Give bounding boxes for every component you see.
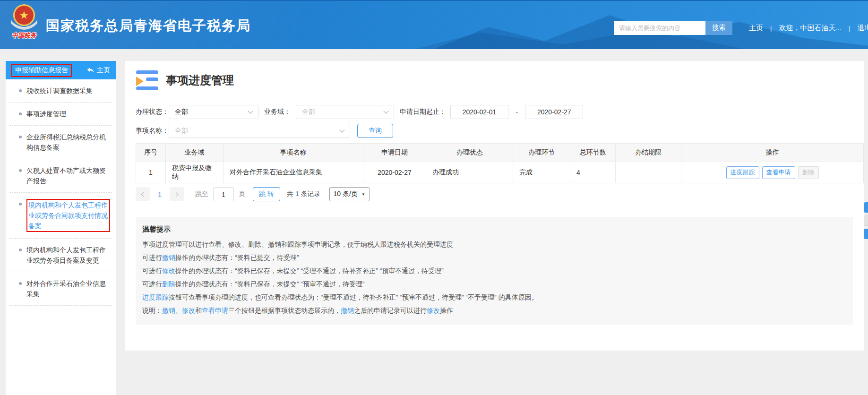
sidebar-item[interactable]: 税收统计调查数据采集 [9, 79, 112, 103]
sidebar-item[interactable]: 事项进度管理 [9, 103, 112, 126]
logo-caption: 中国税务 [8, 31, 41, 40]
caret-down-icon: ▼ [361, 192, 365, 197]
date-from-input[interactable] [450, 105, 508, 119]
tip-inline-link[interactable]: 撤销 [341, 307, 354, 314]
jump-to-label: 跳至 [195, 190, 208, 198]
page-number[interactable]: 1 [154, 190, 166, 198]
domain-select-value: 全部 [302, 108, 315, 116]
query-button[interactable]: 查询 [357, 124, 393, 138]
total-records-label: 共 1 条记录 [287, 190, 321, 198]
next-page-button[interactable] [170, 187, 184, 201]
float-widget-button[interactable] [864, 229, 868, 239]
tip-line: 可进行撤销操作的办理状态有：“资料已提交，待受理” [142, 253, 845, 262]
table-header-cell: 办理环节 [513, 144, 570, 162]
page-size-select[interactable]: 10 条/页 ▼ [329, 187, 370, 201]
action-button[interactable]: 查看申请 [762, 166, 795, 179]
tip-text: 和 [195, 307, 202, 314]
tips-panel: 温馨提示 事项进度管理可以进行查看、修改、删除、撤销和跟踪事项申请记录，便于纳税… [136, 217, 853, 325]
sidebar-item[interactable]: 欠税人处置不动产或大额资产报告 [9, 159, 112, 193]
item-name-select[interactable]: 全部 [169, 124, 350, 138]
tip-text: 事项进度管理可以进行查看、修改、删除、撤销和跟踪事项申请记录，便于纳税人跟进税务… [142, 240, 453, 248]
results-table: 序号业务域事项名称申请日期办理状态办理环节总环节数办结期限操作 1税费申报及缴纳… [136, 143, 864, 183]
highlight-annotation-box: 境内机构和个人发包工程作业或劳务合同款项支付情况备案 [26, 199, 110, 232]
tip-text: 三个按钮是根据事项状态动态展示的， [228, 307, 341, 314]
tip-inline-link[interactable]: 删除 [162, 280, 175, 288]
status-select-value: 全部 [175, 108, 188, 116]
tip-text: 操作的办理状态有：“资料已提交，待受理” [175, 254, 299, 261]
date-range-label: 申请日期起止： [400, 108, 446, 116]
sidebar-item[interactable]: 对外合作开采石油企业信息采集 [9, 272, 112, 306]
svg-text:★: ★ [19, 9, 29, 21]
page-size-value: 10 条/页 [334, 190, 358, 198]
table-cell: 税费申报及缴纳 [166, 162, 223, 183]
tip-line: 可进行修改操作的办理状态有：“资料已保存，未提交” “受理不通过，待补齐补正” … [142, 266, 845, 275]
jump-page-input[interactable] [213, 187, 234, 201]
nav-home-link[interactable]: 主页 [749, 24, 763, 33]
table-cell: 办理成功 [426, 162, 513, 183]
tip-text: 可进行 [142, 280, 162, 288]
table-row: 1税费申报及缴纳对外合作开采石油企业信息采集2020-02-27办理成功完成4进… [136, 162, 864, 183]
sidebar-item[interactable]: 境内机构和个人发包工程作业或劳务项目备案及变更 [9, 239, 112, 272]
bullet-icon [19, 282, 22, 285]
tip-inline-link[interactable]: 撤销 [162, 307, 175, 314]
sidebar-item-label: 境内机构和个人发包工程作业或劳务合同款项支付情况备案 [28, 201, 108, 230]
action-button[interactable]: 进度跟踪 [726, 166, 759, 179]
tip-inline-link[interactable]: 查看申请 [202, 307, 228, 314]
nav-separator: | [849, 25, 850, 32]
sidebar-home-button[interactable]: 主页 [87, 66, 110, 75]
table-cell: 2020-02-27 [363, 162, 426, 183]
sidebar-header: 申报辅助信息报告 主页 [6, 61, 116, 79]
sidebar-item[interactable]: 企业所得税汇总纳税总分机构信息备案 [9, 126, 112, 159]
table-header-cell: 事项名称 [223, 144, 363, 162]
search-input[interactable] [614, 21, 705, 35]
sidebar-item[interactable]: 境内机构和个人发包工程作业或劳务合同款项支付情况备案 [9, 193, 112, 239]
bullet-icon [19, 89, 22, 92]
main-panel: 事项进度管理 办理状态： 全部 业务域： 全部 申请日期起止： - 事项名称： … [125, 61, 864, 351]
bullet-icon [19, 169, 22, 172]
tip-inline-link[interactable]: 撤销 [162, 254, 175, 261]
tip-inline-link[interactable]: 进度跟踪 [142, 293, 169, 301]
page-unit-label: 页 [239, 190, 245, 198]
tip-line: 进度跟踪按钮可查看事项办理的进度，也可查看办理状态为：“受理不通过，待补齐补正”… [142, 292, 845, 302]
domain-filter-label: 业务域： [264, 108, 291, 116]
float-widget-button[interactable] [864, 202, 868, 213]
chevron-down-icon [248, 108, 253, 113]
filter-bar: 办理状态： 全部 业务域： 全部 申请日期起止： - 事项名称： 全部 查询 [136, 105, 864, 138]
header-nav: 主页 | 欢迎，中国石油天... | 退出 [749, 21, 868, 35]
prev-page-button[interactable] [136, 187, 150, 201]
sidebar-item-label: 企业所得税汇总纳税总分机构信息备案 [26, 132, 110, 153]
tip-text: 操作 [440, 307, 453, 314]
tip-text: 操作的办理状态有：“资料已保存，未提交” “预审不通过，待受理” [175, 280, 365, 288]
bullet-icon [19, 136, 22, 138]
sidebar-item-label: 税收统计调查数据采集 [26, 86, 93, 96]
tip-line: 说明：撤销、修改和查看申请三个按钮是根据事项状态动态展示的，撤销之后的申请记录可… [142, 306, 845, 315]
sidebar-home-label: 主页 [97, 66, 110, 75]
search-button[interactable]: 搜索 [705, 21, 732, 35]
back-arrow-icon [87, 67, 94, 73]
action-button[interactable]: 删除 [798, 166, 819, 179]
tip-line: 事项进度管理可以进行查看、修改、删除、撤销和跟踪事项申请记录，便于纳税人跟进税务… [142, 240, 845, 249]
nav-logout-link[interactable]: 退出 [857, 24, 868, 33]
tip-inline-link[interactable]: 修改 [182, 307, 195, 314]
table-header-row: 序号业务域事项名称申请日期办理状态办理环节总环节数办结期限操作 [136, 144, 864, 162]
filter-row-1: 办理状态： 全部 业务域： 全部 申请日期起止： - [136, 105, 864, 119]
sidebar: 申报辅助信息报告 主页 税收统计调查数据采集事项进度管理企业所得税汇总纳税总分机… [6, 61, 116, 395]
chevron-left-icon [141, 192, 146, 197]
domain-select[interactable]: 全部 [296, 105, 394, 119]
nav-separator: | [770, 25, 772, 32]
tip-text: 可进行 [142, 254, 162, 261]
tip-inline-link[interactable]: 修改 [162, 267, 175, 275]
header-search: 搜索 [614, 21, 732, 35]
float-widget-button[interactable] [864, 215, 868, 226]
site-title: 国家税务总局青海省电子税务局 [46, 17, 251, 35]
bullet-icon [19, 249, 22, 251]
table-cell: 1 [136, 162, 166, 183]
table-cell: 完成 [513, 162, 570, 183]
date-to-input[interactable] [525, 105, 583, 119]
nav-welcome-user-link[interactable]: 欢迎，中国石油天... [779, 24, 842, 33]
status-select[interactable]: 全部 [169, 105, 258, 119]
jump-button[interactable]: 跳 转 [253, 187, 280, 201]
date-range-separator: - [516, 108, 518, 116]
tip-inline-link[interactable]: 修改 [427, 307, 440, 314]
site-header: ★ 中国税务 国家税务总局青海省电子税务局 搜索 主页 | 欢迎，中国石油天..… [0, 0, 868, 49]
